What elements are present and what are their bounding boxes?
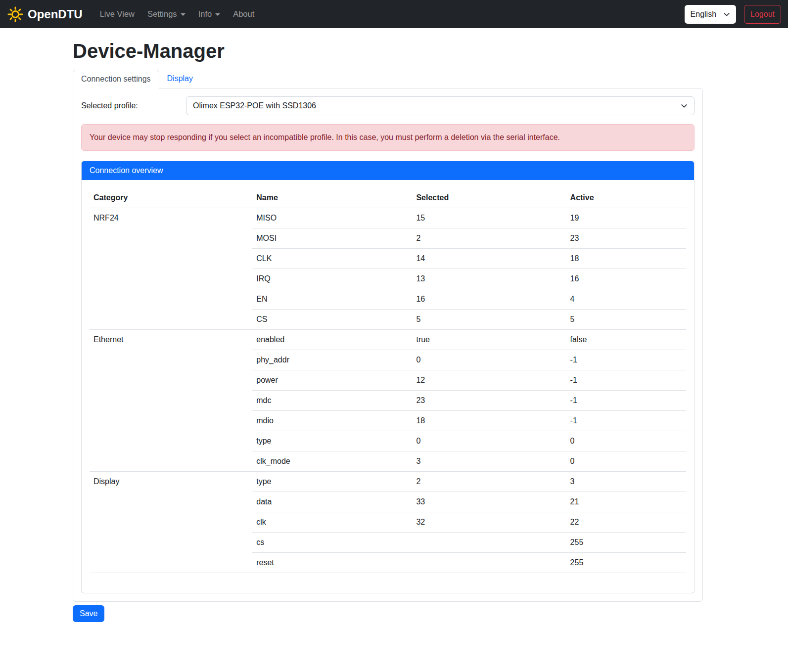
selected-cell: 0	[412, 431, 566, 451]
active-cell: 0	[566, 431, 686, 451]
chevron-down-icon	[681, 102, 688, 109]
logout-button[interactable]: Logout	[744, 5, 781, 24]
name-cell: IRQ	[252, 269, 412, 289]
selected-cell: 2	[412, 228, 566, 249]
name-cell: MOSI	[252, 228, 412, 249]
selected-cell	[412, 553, 566, 573]
brand[interactable]: OpenDTU	[7, 6, 83, 23]
connection-overview-body: Category Name Selected Active NRF24MISO1…	[82, 180, 694, 593]
main-content: Device-Manager Connection settings Displ…	[73, 28, 703, 622]
name-cell: mdio	[252, 411, 412, 431]
selected-cell: 5	[412, 310, 566, 330]
name-cell: type	[252, 431, 412, 451]
table-header-row: Category Name Selected Active	[90, 188, 686, 208]
connection-overview-table: Category Name Selected Active NRF24MISO1…	[90, 188, 686, 573]
selected-cell: 2	[412, 472, 566, 492]
category-cell: Ethernet	[90, 330, 252, 472]
active-cell: 3	[566, 472, 686, 492]
name-cell: mdc	[252, 391, 412, 411]
selected-cell: 33	[412, 492, 566, 512]
nav-item-live-view[interactable]: Live View	[93, 5, 141, 23]
caret-down-icon	[215, 13, 220, 16]
name-cell: data	[252, 492, 412, 512]
table-row: NRF24MISO1519	[90, 208, 686, 228]
table-row: Ethernetenabledtruefalse	[90, 330, 686, 350]
profile-select-value: Olimex ESP32-POE with SSD1306	[193, 101, 316, 110]
selected-cell: 32	[412, 512, 566, 533]
active-cell: 255	[566, 533, 686, 553]
name-cell: cs	[252, 533, 412, 553]
save-button[interactable]: Save	[73, 605, 104, 622]
tab-bar: Connection settings Display	[73, 70, 703, 88]
active-cell: 4	[566, 289, 686, 310]
name-cell: reset	[252, 553, 412, 573]
selected-cell: true	[412, 330, 566, 350]
selected-cell: 15	[412, 208, 566, 228]
nav-item-info[interactable]: Info	[192, 5, 227, 23]
active-cell: -1	[566, 411, 686, 431]
chevron-down-icon	[723, 11, 730, 18]
name-cell: clk	[252, 512, 412, 533]
connection-overview-card: Connection overview Category Name Select…	[81, 161, 695, 593]
caret-down-icon	[181, 13, 185, 16]
selected-cell: 18	[412, 411, 566, 431]
name-cell: EN	[252, 289, 412, 310]
column-header-category: Category	[90, 188, 252, 208]
selected-cell: 12	[412, 370, 566, 391]
sun-logo-icon	[7, 6, 24, 23]
selected-cell: 0	[412, 350, 566, 370]
active-cell: 5	[566, 310, 686, 330]
name-cell: enabled	[252, 330, 412, 350]
selected-cell: 23	[412, 391, 566, 411]
tab-connection-settings[interactable]: Connection settings	[73, 70, 159, 89]
name-cell: CLK	[252, 249, 412, 269]
name-cell: type	[252, 472, 412, 492]
category-cell: NRF24	[90, 208, 252, 330]
language-select[interactable]: English	[685, 5, 736, 24]
table-row: Displaytype23	[90, 472, 686, 492]
name-cell: MISO	[252, 208, 412, 228]
name-cell: power	[252, 370, 412, 391]
active-cell: 16	[566, 269, 686, 289]
selected-cell: 13	[412, 269, 566, 289]
selected-cell: 3	[412, 451, 566, 472]
active-cell: -1	[566, 350, 686, 370]
tab-content-panel: Selected profile: Olimex ESP32-POE with …	[73, 88, 703, 602]
selected-profile-label: Selected profile:	[81, 101, 186, 110]
active-cell: 23	[566, 228, 686, 249]
nav-item-settings[interactable]: Settings	[141, 5, 192, 23]
selected-cell: 14	[412, 249, 566, 269]
profile-row: Selected profile: Olimex ESP32-POE with …	[81, 96, 695, 115]
column-header-active: Active	[566, 188, 686, 208]
active-cell: -1	[566, 370, 686, 391]
active-cell: 255	[566, 553, 686, 573]
nav-item-about[interactable]: About	[227, 5, 261, 23]
name-cell: phy_addr	[252, 350, 412, 370]
warning-alert: Your device may stop responding if you s…	[81, 124, 695, 151]
column-header-name: Name	[252, 188, 412, 208]
name-cell: CS	[252, 310, 412, 330]
active-cell: 18	[566, 249, 686, 269]
connection-overview-header: Connection overview	[82, 161, 694, 180]
name-cell: clk_mode	[252, 451, 412, 472]
brand-label: OpenDTU	[28, 7, 83, 21]
selected-cell	[412, 533, 566, 553]
column-header-selected: Selected	[412, 188, 566, 208]
active-cell: -1	[566, 391, 686, 411]
active-cell: 22	[566, 512, 686, 533]
profile-select[interactable]: Olimex ESP32-POE with SSD1306	[186, 96, 695, 115]
category-cell: Display	[90, 472, 252, 573]
active-cell: 21	[566, 492, 686, 512]
active-cell: 19	[566, 208, 686, 228]
active-cell: 0	[566, 451, 686, 472]
selected-cell: 16	[412, 289, 566, 310]
active-cell: false	[566, 330, 686, 350]
page-title: Device-Manager	[73, 39, 703, 63]
tab-display[interactable]: Display	[159, 70, 201, 88]
navbar: OpenDTU Live View Settings Info About En…	[0, 0, 788, 28]
